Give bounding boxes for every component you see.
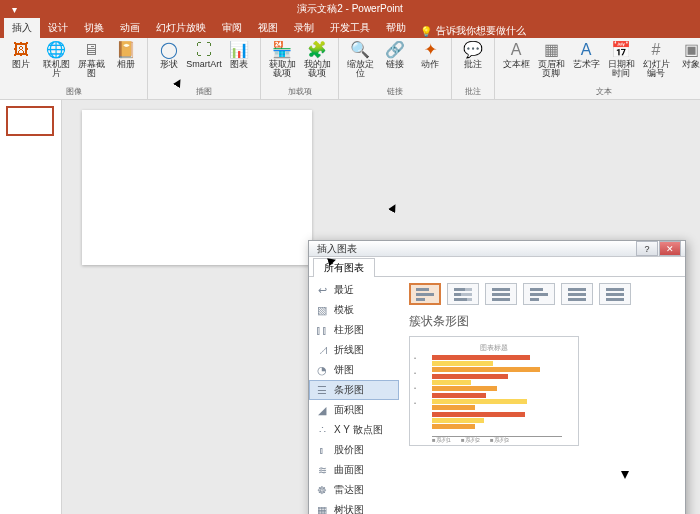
chart-category-雷达图[interactable]: ☸雷达图 (309, 480, 399, 500)
qat-dropdown-icon[interactable]: ▾ (12, 4, 17, 15)
chart-category-股价图[interactable]: ⫾股价图 (309, 440, 399, 460)
subtype-100stacked-bar[interactable] (485, 283, 517, 305)
screenshot-button[interactable]: 🖥屏幕截图 (75, 41, 107, 79)
chart-category-label: 折线图 (334, 343, 364, 357)
chart-category-list[interactable]: ↩最近▧模板⫿⫿柱形图⩘折线图◔饼图☰条形图◢面积图∴X Y 散点图⫾股价图≋曲… (309, 277, 399, 514)
chart-category-模板[interactable]: ▧模板 (309, 300, 399, 320)
preview-bar (432, 412, 525, 417)
slide-number-button-label: 幻灯片编号 (640, 60, 672, 79)
chart-category-icon: ◔ (315, 364, 329, 377)
preview-y-labels: •••• (414, 355, 416, 406)
chart-category-饼图[interactable]: ◔饼图 (309, 360, 399, 380)
header-footer-button-label: 页眉和页脚 (535, 60, 567, 79)
dialog-close-button[interactable]: ✕ (659, 241, 681, 256)
chart-category-label: 条形图 (334, 383, 364, 397)
dialog-help-button[interactable]: ? (636, 241, 658, 256)
chart-category-折线图[interactable]: ⩘折线图 (309, 340, 399, 360)
link-button[interactable]: 🔗链接 (379, 41, 411, 69)
tell-me-search[interactable]: 💡 告诉我你想要做什么 (414, 24, 526, 38)
tab-review[interactable]: 审阅 (214, 18, 250, 38)
window-title: 演示文稿2 - PowerPoint (297, 2, 403, 16)
preview-bar (432, 386, 497, 391)
header-footer-button[interactable]: ▦页眉和页脚 (535, 41, 567, 79)
my-addins-button[interactable]: 🧩我的加载项 (301, 41, 333, 79)
dialog-titlebar[interactable]: 插入图表 ? ✕ (309, 241, 685, 257)
ribbon-group-链接: 🔍缩放定位🔗链接✦动作链接 (339, 38, 452, 99)
tell-me-label: 告诉我你想要做什么 (436, 24, 526, 38)
dialog-tab-allcharts[interactable]: 所有图表 (313, 258, 375, 277)
slide-number-button[interactable]: #幻灯片编号 (640, 41, 672, 79)
group-label: 链接 (387, 85, 403, 98)
chart-subtype-row (409, 283, 675, 305)
tab-recording[interactable]: 录制 (286, 18, 322, 38)
chart-icon: 📊 (230, 41, 248, 59)
ribbon-group-插图: ◯形状⛶SmartArt📊图表插图 (148, 38, 261, 99)
date-time-button-label: 日期和时间 (605, 60, 637, 79)
tab-insert[interactable]: 插入 (4, 18, 40, 38)
chart-category-icon: ≋ (315, 464, 329, 477)
insert-chart-dialog: 插入图表 ? ✕ 所有图表 ↩最近▧模板⫿⫿柱形图⩘折线图◔饼图☰条形图◢面积图… (308, 240, 686, 514)
object-button[interactable]: ▣对象 (675, 41, 700, 69)
shapes-button[interactable]: ◯形状 (153, 41, 185, 69)
ribbon-group-图像: 🖼图片🌐联机图片🖥屏幕截图📔相册图像 (0, 38, 148, 99)
chart-preview[interactable]: 图表标题 •••• ■系列1■系列2■系列3 (409, 336, 579, 446)
pictures-button[interactable]: 🖼图片 (5, 41, 37, 69)
subtype-3d-stacked-bar[interactable] (561, 283, 593, 305)
zoom-button[interactable]: 🔍缩放定位 (344, 41, 376, 79)
photo-album-button-label: 相册 (117, 60, 135, 69)
online-pictures-button-label: 联机图片 (40, 60, 72, 79)
subtype-clustered-bar[interactable] (409, 283, 441, 305)
chart-category-条形图[interactable]: ☰条形图 (309, 380, 399, 400)
chart-category-label: 饼图 (334, 363, 354, 377)
tab-slideshow[interactable]: 幻灯片放映 (148, 18, 214, 38)
online-pictures-button[interactable]: 🌐联机图片 (40, 41, 72, 79)
chart-category-icon: ⩘ (315, 344, 329, 356)
chart-category-label: 股价图 (334, 443, 364, 457)
textbox-button[interactable]: A文本框 (500, 41, 532, 69)
chart-category-曲面图[interactable]: ≋曲面图 (309, 460, 399, 480)
comment-icon: 💬 (464, 41, 482, 59)
chart-category-面积图[interactable]: ◢面积图 (309, 400, 399, 420)
pictures-icon: 🖼 (12, 41, 30, 59)
subtype-3d-clustered-bar[interactable] (523, 283, 555, 305)
tab-help[interactable]: 帮助 (378, 18, 414, 38)
chart-category-icon: ↩ (315, 284, 329, 297)
wordart-button[interactable]: A艺术字 (570, 41, 602, 69)
date-time-button[interactable]: 📅日期和时间 (605, 41, 637, 79)
chart-category-最近[interactable]: ↩最近 (309, 280, 399, 300)
chart-category-label: 曲面图 (334, 463, 364, 477)
my-addins-button-label: 我的加载项 (301, 60, 333, 79)
screenshot-button-label: 屏幕截图 (75, 60, 107, 79)
chart-category-树状图[interactable]: ▦树状图 (309, 500, 399, 514)
chart-category-icon: ☰ (315, 384, 329, 397)
subtype-3d-100stacked-bar[interactable] (599, 283, 631, 305)
chart-category-柱形图[interactable]: ⫿⫿柱形图 (309, 320, 399, 340)
tab-animations[interactable]: 动画 (112, 18, 148, 38)
chart-category-icon: ▧ (315, 304, 329, 317)
subtype-stacked-bar[interactable] (447, 283, 479, 305)
chart-category-label: 面积图 (334, 403, 364, 417)
chart-category-label: 柱形图 (334, 323, 364, 337)
slide-1[interactable] (82, 110, 312, 265)
tab-view[interactable]: 视图 (250, 18, 286, 38)
comment-button[interactable]: 💬批注 (457, 41, 489, 69)
preview-bar (432, 361, 493, 366)
ribbon-group-加载项: 🏪获取加载项🧩我的加载项加载项 (261, 38, 339, 99)
smartart-button[interactable]: ⛶SmartArt (188, 41, 220, 69)
action-button[interactable]: ✦动作 (414, 41, 446, 69)
tab-transitions[interactable]: 切换 (76, 18, 112, 38)
chart-category-label: 模板 (334, 303, 354, 317)
tab-developer[interactable]: 开发工具 (322, 18, 378, 38)
slide-thumbnail-1[interactable] (6, 106, 54, 136)
photo-album-button[interactable]: 📔相册 (110, 41, 142, 69)
link-icon: 🔗 (386, 41, 404, 59)
photo-album-icon: 📔 (117, 41, 135, 59)
get-addins-icon: 🏪 (273, 41, 291, 59)
chart-button[interactable]: 📊图表 (223, 41, 255, 69)
chart-category-X Y 散点图[interactable]: ∴X Y 散点图 (309, 420, 399, 440)
get-addins-button[interactable]: 🏪获取加载项 (266, 41, 298, 79)
tab-design[interactable]: 设计 (40, 18, 76, 38)
date-time-icon: 📅 (612, 41, 630, 59)
object-icon: ▣ (682, 41, 700, 59)
wordart-button-label: 艺术字 (573, 60, 600, 69)
